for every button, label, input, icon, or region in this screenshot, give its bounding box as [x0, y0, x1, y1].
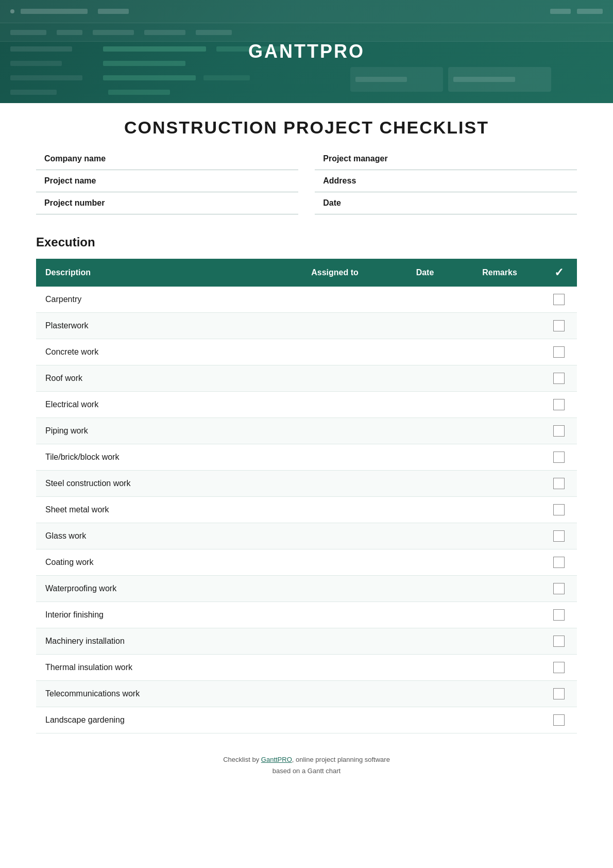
date-value[interactable] [430, 192, 577, 214]
check-header-icon: ✓ [554, 266, 564, 279]
row-assigned[interactable] [278, 549, 391, 576]
company-name-value[interactable] [151, 148, 298, 170]
row-date[interactable] [391, 707, 458, 733]
row-checkbox[interactable] [553, 504, 565, 515]
company-name-label: Company name [36, 148, 151, 170]
table-row: Tile/brick/block work [36, 444, 577, 471]
footer: Checklist by GanttPRO, online project pl… [36, 754, 577, 777]
row-remarks[interactable] [458, 681, 541, 707]
row-assigned[interactable] [278, 339, 391, 365]
row-assigned[interactable] [278, 681, 391, 707]
row-description: Sheet metal work [36, 497, 278, 523]
row-checkbox-cell [541, 602, 577, 628]
row-assigned[interactable] [278, 523, 391, 549]
row-remarks[interactable] [458, 365, 541, 392]
row-checkbox[interactable] [553, 662, 565, 673]
row-assigned[interactable] [278, 576, 391, 602]
row-checkbox[interactable] [553, 714, 565, 726]
row-assigned[interactable] [278, 418, 391, 444]
row-description: Telecommunications work [36, 681, 278, 707]
row-date[interactable] [391, 339, 458, 365]
row-remarks[interactable] [458, 602, 541, 628]
info-row-3: Project number Date [36, 192, 577, 214]
row-assigned[interactable] [278, 471, 391, 497]
table-header-row: Description Assigned to Date Remarks ✓ [36, 259, 577, 287]
row-remarks[interactable] [458, 497, 541, 523]
row-assigned[interactable] [278, 655, 391, 681]
row-checkbox-cell [541, 655, 577, 681]
project-manager-value[interactable] [430, 148, 577, 170]
row-remarks[interactable] [458, 313, 541, 339]
row-remarks[interactable] [458, 523, 541, 549]
row-checkbox[interactable] [553, 399, 565, 410]
row-assigned[interactable] [278, 497, 391, 523]
row-checkbox-cell [541, 392, 577, 418]
row-remarks[interactable] [458, 287, 541, 313]
table-row: Waterproofing work [36, 576, 577, 602]
row-remarks[interactable] [458, 471, 541, 497]
row-description: Interior finishing [36, 602, 278, 628]
row-checkbox[interactable] [553, 609, 565, 621]
row-assigned[interactable] [278, 313, 391, 339]
row-date[interactable] [391, 392, 458, 418]
footer-link[interactable]: GanttPRO [261, 756, 292, 763]
row-assigned[interactable] [278, 365, 391, 392]
row-date[interactable] [391, 628, 458, 655]
col-check: ✓ [541, 259, 577, 287]
row-date[interactable] [391, 471, 458, 497]
project-name-label: Project name [36, 170, 151, 192]
row-remarks[interactable] [458, 576, 541, 602]
row-date[interactable] [391, 681, 458, 707]
row-checkbox[interactable] [553, 636, 565, 647]
row-date[interactable] [391, 418, 458, 444]
row-remarks[interactable] [458, 549, 541, 576]
footer-line2: based on a Gantt chart [36, 765, 577, 777]
row-remarks[interactable] [458, 655, 541, 681]
project-number-label: Project number [36, 192, 151, 214]
row-checkbox[interactable] [553, 320, 565, 331]
row-description: Machinery installation [36, 628, 278, 655]
row-remarks[interactable] [458, 418, 541, 444]
row-remarks[interactable] [458, 444, 541, 471]
row-checkbox[interactable] [553, 425, 565, 437]
row-checkbox[interactable] [553, 583, 565, 594]
row-assigned[interactable] [278, 392, 391, 418]
project-name-value[interactable] [151, 170, 298, 192]
header-banner: GANTTPRO [0, 0, 613, 103]
row-checkbox[interactable] [553, 478, 565, 489]
row-assigned[interactable] [278, 602, 391, 628]
row-checkbox[interactable] [553, 373, 565, 384]
row-checkbox[interactable] [553, 530, 565, 542]
row-description: Piping work [36, 418, 278, 444]
row-checkbox[interactable] [553, 346, 565, 358]
row-date[interactable] [391, 444, 458, 471]
row-checkbox[interactable] [553, 557, 565, 568]
row-assigned[interactable] [278, 628, 391, 655]
checklist-table: Description Assigned to Date Remarks ✓ C… [36, 259, 577, 733]
row-assigned[interactable] [278, 707, 391, 733]
row-assigned[interactable] [278, 444, 391, 471]
row-date[interactable] [391, 365, 458, 392]
footer-line1: Checklist by GanttPRO, online project pl… [36, 754, 577, 765]
row-checkbox[interactable] [553, 688, 565, 699]
row-assigned[interactable] [278, 287, 391, 313]
address-value[interactable] [430, 170, 577, 192]
row-remarks[interactable] [458, 392, 541, 418]
row-date[interactable] [391, 576, 458, 602]
row-remarks[interactable] [458, 339, 541, 365]
row-date[interactable] [391, 549, 458, 576]
row-date[interactable] [391, 655, 458, 681]
row-date[interactable] [391, 497, 458, 523]
project-number-value[interactable] [151, 192, 298, 214]
row-checkbox[interactable] [553, 294, 565, 305]
col-remarks: Remarks [458, 259, 541, 287]
row-date[interactable] [391, 602, 458, 628]
row-checkbox[interactable] [553, 452, 565, 463]
table-row: Machinery installation [36, 628, 577, 655]
row-date[interactable] [391, 523, 458, 549]
row-remarks[interactable] [458, 707, 541, 733]
row-date[interactable] [391, 287, 458, 313]
row-date[interactable] [391, 313, 458, 339]
table-row: Interior finishing [36, 602, 577, 628]
row-remarks[interactable] [458, 628, 541, 655]
